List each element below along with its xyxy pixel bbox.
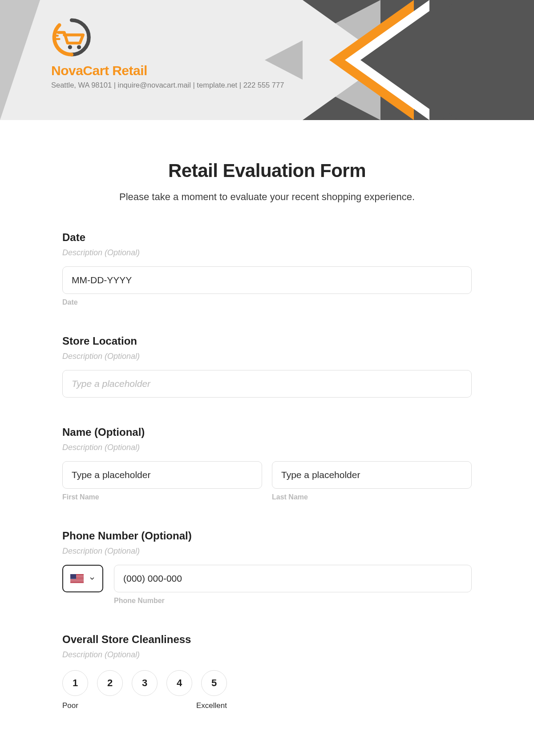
store-location-input[interactable] xyxy=(62,370,472,398)
phone-description: Description (Optional) xyxy=(62,547,472,556)
chevron-down-icon xyxy=(89,575,95,582)
store-description: Description (Optional) xyxy=(62,352,472,361)
rating-5-button[interactable]: 5 xyxy=(201,670,227,696)
field-phone: Phone Number (Optional) Description (Opt… xyxy=(62,530,472,605)
rating-high-label: Excellent xyxy=(196,701,227,710)
decor-triangle-left xyxy=(0,0,40,120)
cleanliness-description: Description (Optional) xyxy=(62,650,472,659)
field-name: Name (Optional) Description (Optional) F… xyxy=(62,426,472,501)
field-cleanliness: Overall Store Cleanliness Description (O… xyxy=(62,633,472,710)
date-label: Date xyxy=(62,231,472,244)
country-code-picker[interactable] xyxy=(62,565,103,592)
us-flag-icon xyxy=(70,574,84,583)
page-title: Retail Evaluation Form xyxy=(62,160,472,181)
name-label: Name (Optional) xyxy=(62,426,472,438)
phone-label: Phone Number (Optional) xyxy=(62,530,472,542)
form-container: Retail Evaluation Form Please take a mom… xyxy=(53,120,481,737)
first-name-input[interactable] xyxy=(62,461,262,489)
brand-subline: Seattle, WA 98101 | inquire@novacart.mai… xyxy=(51,81,284,89)
date-sublabel: Date xyxy=(62,298,472,306)
phone-sublabel: Phone Number xyxy=(114,597,472,605)
field-date: Date Description (Optional) Date xyxy=(62,231,472,306)
last-name-input[interactable] xyxy=(272,461,472,489)
phone-number-input[interactable] xyxy=(114,565,472,592)
first-name-sublabel: First Name xyxy=(62,493,262,501)
cleanliness-label: Overall Store Cleanliness xyxy=(62,633,472,646)
field-store-location: Store Location Description (Optional) xyxy=(62,335,472,398)
header-banner: NovaCart Retail Seattle, WA 98101 | inqu… xyxy=(0,0,534,120)
page-subtitle: Please take a moment to evaluate your re… xyxy=(62,191,472,203)
rating-3-button[interactable]: 3 xyxy=(132,670,158,696)
brand-name: NovaCart Retail xyxy=(51,63,284,78)
name-description: Description (Optional) xyxy=(62,443,472,452)
date-description: Description (Optional) xyxy=(62,248,472,257)
rating-1-button[interactable]: 1 xyxy=(62,670,88,696)
rating-4-button[interactable]: 4 xyxy=(166,670,192,696)
rating-2-button[interactable]: 2 xyxy=(97,670,123,696)
last-name-sublabel: Last Name xyxy=(272,493,472,501)
cart-logo-icon xyxy=(51,17,92,58)
svg-point-0 xyxy=(68,45,72,49)
decor-white-chevron-cut xyxy=(360,0,445,120)
rating-low-label: Poor xyxy=(62,701,78,710)
date-input[interactable] xyxy=(62,266,472,294)
svg-point-1 xyxy=(77,45,81,49)
store-label: Store Location xyxy=(62,335,472,347)
rating-row: 1 2 3 4 5 xyxy=(62,670,472,696)
brand-block: NovaCart Retail Seattle, WA 98101 | inqu… xyxy=(51,17,284,89)
